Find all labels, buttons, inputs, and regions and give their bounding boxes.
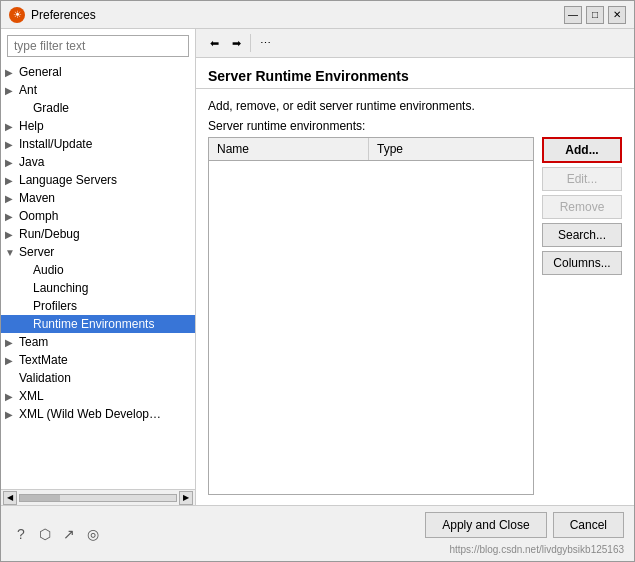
col-name: Name [209, 138, 369, 160]
columns-button[interactable]: Columns... [542, 251, 622, 275]
pane-header: Server Runtime Environments [196, 58, 634, 89]
tree-item-profilers[interactable]: Profilers [1, 297, 195, 315]
tree-label-audio: Audio [33, 263, 191, 277]
tree-label-validation: Validation [19, 371, 191, 385]
tree-label-install-update: Install/Update [19, 137, 191, 151]
pane-content: Add, remove, or edit server runtime envi… [196, 89, 634, 505]
tree-item-run-debug[interactable]: ▶Run/Debug [1, 225, 195, 243]
tree-item-xml-wild[interactable]: ▶XML (Wild Web Develop… [1, 405, 195, 423]
watermark: https://blog.csdn.net/livdgybsikb125163 [449, 544, 624, 555]
tree-item-ant[interactable]: ▶Ant [1, 81, 195, 99]
title-bar: ☀ Preferences — □ ✕ [1, 1, 634, 29]
tree-label-team: Team [19, 335, 191, 349]
tree-arrow-language-servers: ▶ [5, 175, 19, 186]
tree-arrow-general: ▶ [5, 67, 19, 78]
window-controls: — □ ✕ [564, 6, 626, 24]
filter-input[interactable] [7, 35, 189, 57]
hex-icon[interactable]: ⬡ [35, 524, 55, 544]
tree-label-server: Server [19, 245, 191, 259]
tree-item-install-update[interactable]: ▶Install/Update [1, 135, 195, 153]
more-button[interactable]: ⋯ [255, 33, 275, 53]
main-content: ▶General▶AntGradle▶Help▶Install/Update▶J… [1, 29, 634, 505]
tree-label-help: Help [19, 119, 191, 133]
scroll-track[interactable] [19, 494, 177, 502]
footer: ? ⬡ ↗ ◎ Apply and Close Cancel https://b… [1, 505, 634, 561]
tree-item-runtime-environments[interactable]: Runtime Environments [1, 315, 195, 333]
apply-close-button[interactable]: Apply and Close [425, 512, 546, 538]
add-button[interactable]: Add... [542, 137, 622, 163]
scroll-left-btn[interactable]: ◀ [3, 491, 17, 505]
tree-label-textmate: TextMate [19, 353, 191, 367]
pane-description: Add, remove, or edit server runtime envi… [208, 99, 622, 113]
app-icon: ☀ [9, 7, 25, 23]
col-type: Type [369, 138, 533, 160]
footer-right: Apply and Close Cancel https://blog.csdn… [425, 512, 624, 555]
tree-item-textmate[interactable]: ▶TextMate [1, 351, 195, 369]
tree-label-xml-wild: XML (Wild Web Develop… [19, 407, 191, 421]
tree-label-xml: XML [19, 389, 191, 403]
tree-arrow-xml-wild: ▶ [5, 409, 19, 420]
tree-arrow-java: ▶ [5, 157, 19, 168]
tree-item-validation[interactable]: Validation [1, 369, 195, 387]
tree-label-java: Java [19, 155, 191, 169]
back-button[interactable]: ⬅ [204, 33, 224, 53]
tree-arrow-oomph: ▶ [5, 211, 19, 222]
remove-button[interactable]: Remove [542, 195, 622, 219]
tree-item-audio[interactable]: Audio [1, 261, 195, 279]
tree-arrow-team: ▶ [5, 337, 19, 348]
tree-label-language-servers: Language Servers [19, 173, 191, 187]
edit-button[interactable]: Edit... [542, 167, 622, 191]
tree-item-help[interactable]: ▶Help [1, 117, 195, 135]
tree-item-language-servers[interactable]: ▶Language Servers [1, 171, 195, 189]
tree-item-team[interactable]: ▶Team [1, 333, 195, 351]
pane-title: Server Runtime Environments [208, 68, 409, 84]
tree-arrow-xml: ▶ [5, 391, 19, 402]
left-panel: ▶General▶AntGradle▶Help▶Install/Update▶J… [1, 29, 196, 505]
tree-arrow-install-update: ▶ [5, 139, 19, 150]
search-button[interactable]: Search... [542, 223, 622, 247]
close-button[interactable]: ✕ [608, 6, 626, 24]
maximize-button[interactable]: □ [586, 6, 604, 24]
tree-container: ▶General▶AntGradle▶Help▶Install/Update▶J… [1, 63, 195, 489]
help-icon[interactable]: ? [11, 524, 31, 544]
tree-item-oomph[interactable]: ▶Oomph [1, 207, 195, 225]
tree-arrow-maven: ▶ [5, 193, 19, 204]
pane-label: Server runtime environments: [208, 119, 622, 133]
tree-arrow-textmate: ▶ [5, 355, 19, 366]
tree-arrow-ant: ▶ [5, 85, 19, 96]
tree-item-xml[interactable]: ▶XML [1, 387, 195, 405]
tree-label-runtime-environments: Runtime Environments [33, 317, 191, 331]
data-table: Name Type [208, 137, 534, 495]
footer-left: ? ⬡ ↗ ◎ [11, 524, 419, 544]
tree-label-maven: Maven [19, 191, 191, 205]
tree-label-oomph: Oomph [19, 209, 191, 223]
table-body [209, 161, 533, 494]
scroll-thumb [20, 495, 60, 501]
tree-item-gradle[interactable]: Gradle [1, 99, 195, 117]
tree-label-launching: Launching [33, 281, 191, 295]
tree-item-server[interactable]: ▼Server [1, 243, 195, 261]
tree-label-gradle: Gradle [33, 101, 191, 115]
forward-button[interactable]: ➡ [226, 33, 246, 53]
table-header: Name Type [209, 138, 533, 161]
tree-label-ant: Ant [19, 83, 191, 97]
tree-arrow-help: ▶ [5, 121, 19, 132]
cancel-button[interactable]: Cancel [553, 512, 624, 538]
tree-item-launching[interactable]: Launching [1, 279, 195, 297]
horizontal-scrollbar[interactable]: ◀ ▶ [1, 489, 195, 505]
toolbar: ⬅ ➡ ⋯ [196, 29, 634, 58]
tree-arrow-run-debug: ▶ [5, 229, 19, 240]
export-icon[interactable]: ↗ [59, 524, 79, 544]
target-icon[interactable]: ◎ [83, 524, 103, 544]
footer-buttons: Apply and Close Cancel [425, 512, 624, 538]
scroll-right-btn[interactable]: ▶ [179, 491, 193, 505]
tree-item-java[interactable]: ▶Java [1, 153, 195, 171]
minimize-button[interactable]: — [564, 6, 582, 24]
tree-item-general[interactable]: ▶General [1, 63, 195, 81]
tree-item-maven[interactable]: ▶Maven [1, 189, 195, 207]
toolbar-separator [250, 34, 251, 52]
right-panel: ⬅ ➡ ⋯ Server Runtime Environments Add, r… [196, 29, 634, 505]
tree-label-run-debug: Run/Debug [19, 227, 191, 241]
tree-label-general: General [19, 65, 191, 79]
tree-arrow-server: ▼ [5, 247, 19, 258]
